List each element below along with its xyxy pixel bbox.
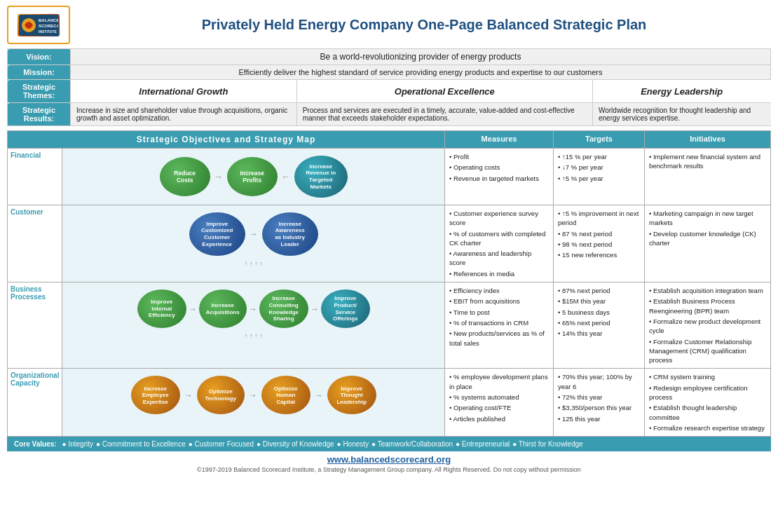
initiative-item: Redesign employee certification process bbox=[649, 383, 766, 403]
vision-row: Vision: Be a world-revolutionizing provi… bbox=[8, 49, 771, 65]
node-improve-efficiency: ImproveInternalEfficiency bbox=[137, 289, 186, 328]
mission-text: Efficiently deliver the highest standard… bbox=[71, 65, 771, 80]
measure-item: Operating cost/FTE bbox=[449, 402, 549, 413]
initiative-item: Formalize new product development cycle bbox=[649, 316, 766, 336]
node-optimize-technology: OptimizeTechnology bbox=[197, 376, 245, 414]
target-item: 15 new references bbox=[558, 250, 640, 260]
target-item: 5 business days bbox=[558, 307, 640, 318]
core-value-5: ● Honesty bbox=[337, 440, 369, 448]
orgcap-initiatives-list: CRM system training Redesign employee ce… bbox=[649, 371, 766, 433]
measure-item: % systems automated bbox=[449, 392, 549, 402]
target-item: $3,350/person this year bbox=[558, 402, 640, 413]
vertical-arrows2: ↑ ↑ ↑ ↑ bbox=[67, 332, 440, 339]
themes-row: Strategic Themes: International Growth O… bbox=[8, 80, 771, 103]
business-row: Business Processes ImproveInternalEffici… bbox=[8, 282, 771, 369]
initiative-item: Implement new financial system and bench… bbox=[649, 151, 766, 172]
arrow1: → bbox=[214, 172, 223, 182]
financial-label: Financial bbox=[8, 149, 62, 205]
svg-text:SCORECARD: SCORECARD bbox=[39, 24, 58, 28]
measure-item: Time to post bbox=[449, 307, 549, 318]
business-targets-list: 87% next period $15M this year 5 busines… bbox=[558, 285, 640, 339]
customer-measures-list: Customer experience survey score % of cu… bbox=[449, 208, 549, 279]
business-label: Business Processes bbox=[8, 282, 62, 369]
orgcap-measures: % employee development plans in place % … bbox=[445, 369, 554, 437]
business-initiatives: Establish acquisition integration team E… bbox=[645, 282, 771, 369]
financial-initiatives: Implement new financial system and bench… bbox=[645, 149, 771, 205]
customer-nodes-cell: ImproveCustomizedCustomerExperience → In… bbox=[62, 205, 445, 282]
customer-nodes: ImproveCustomizedCustomerExperience → In… bbox=[67, 210, 440, 259]
core-values: Core Values: ● Integrity ● Commitment to… bbox=[7, 437, 771, 451]
main-header-row: Strategic Objectives and Strategy Map Me… bbox=[8, 131, 771, 149]
vision-label: Vision: bbox=[8, 49, 71, 65]
mission-row: Mission: Efficiently deliver the highest… bbox=[8, 65, 771, 80]
orgcap-initiatives: CRM system training Redesign employee ce… bbox=[645, 369, 771, 437]
orgcap-nodes: IncreaseEmployeeExpertise → OptimizeTech… bbox=[67, 373, 440, 417]
initiative-item: Establish acquisition integration team bbox=[649, 285, 766, 296]
initiative-item: Formalize Customer Relationship Manageme… bbox=[649, 336, 766, 366]
mission-label: Mission: bbox=[8, 65, 71, 80]
orgcap-measures-list: % employee development plans in place % … bbox=[449, 371, 549, 423]
orgcap-targets-list: 70% this year; 100% by year 6 72% this y… bbox=[558, 371, 640, 423]
node-increase-acquisitions: IncreaseAcquisitions bbox=[199, 289, 247, 328]
arrow9: → bbox=[315, 390, 323, 400]
copyright-row: ©1997-2019 Balanced Scorecard Institute,… bbox=[7, 466, 771, 476]
financial-initiatives-list: Implement new financial system and bench… bbox=[649, 151, 766, 172]
business-measures-list: Efficiency index EBIT from acquisitions … bbox=[449, 285, 549, 348]
results-label: Strategic Results: bbox=[8, 103, 71, 126]
target-item: ↑15 % per year bbox=[558, 151, 640, 162]
financial-nodes: ReduceCosts → IncreaseProfits ← Increase… bbox=[67, 153, 440, 200]
target-item: 98 % next period bbox=[558, 239, 640, 250]
target-item: 70% this year; 100% by year 6 bbox=[558, 371, 640, 392]
orgcap-row: Organizational Capacity IncreaseEmployee… bbox=[8, 369, 771, 437]
measure-item: Profit bbox=[449, 151, 549, 162]
measures-header: Measures bbox=[445, 131, 554, 149]
website-link[interactable]: www.balancedscorecard.org bbox=[327, 454, 451, 465]
measure-item: Operating costs bbox=[449, 162, 549, 172]
node-increase-employee: IncreaseEmployeeExpertise bbox=[131, 376, 180, 414]
financial-measures: Profit Operating costs Revenue in target… bbox=[445, 149, 554, 205]
page-title: Privately Held Energy Company One-Page B… bbox=[77, 17, 771, 33]
target-item: 87 % next period bbox=[558, 229, 640, 239]
node-reduce-costs: ReduceCosts bbox=[160, 157, 210, 196]
initiatives-header: Initiatives bbox=[645, 131, 771, 149]
orgcap-label: Organizational Capacity bbox=[8, 369, 62, 437]
measure-item: Efficiency index bbox=[449, 285, 549, 296]
node-improve-product: ImproveProduct/ServiceOfferings bbox=[321, 289, 370, 328]
core-value-1: ● Integrity bbox=[62, 440, 93, 448]
core-value-4: ● Diversity of Knowledge bbox=[257, 440, 334, 448]
financial-targets: ↑15 % per year ↓7 % per year ↑5 % per ye… bbox=[554, 149, 645, 205]
measure-item: Articles published bbox=[449, 414, 549, 424]
arrow3: → bbox=[250, 229, 258, 239]
core-value-3: ● Customer Focused bbox=[189, 440, 254, 448]
arrow8: → bbox=[249, 390, 257, 400]
measure-item: % of customers with completed CK charter bbox=[449, 229, 549, 249]
core-value-7: ● Entrepreneurial bbox=[456, 440, 510, 448]
financial-measures-list: Profit Operating costs Revenue in target… bbox=[449, 151, 549, 184]
objectives-header: Strategic Objectives and Strategy Map bbox=[8, 131, 445, 149]
info-table: Vision: Be a world-revolutionizing provi… bbox=[7, 48, 771, 126]
page-wrapper: BALANCED SCORECARD INSTITUTE Privately H… bbox=[0, 0, 778, 482]
target-item: 14% this year bbox=[558, 328, 640, 339]
measure-item: % employee development plans in place bbox=[449, 371, 549, 392]
initiative-item: Establish Business Process Reengineering… bbox=[649, 296, 766, 316]
core-value-6: ● Teamwork/Collaboration bbox=[371, 440, 453, 448]
initiative-item: Develop customer knowledge (CK) charter bbox=[649, 229, 766, 249]
measure-item: EBIT from acquisitions bbox=[449, 296, 549, 306]
results-row: Strategic Results: Increase in size and … bbox=[8, 103, 771, 126]
customer-targets: ↑5 % improvement in next period 87 % nex… bbox=[554, 205, 645, 282]
arrow7: → bbox=[184, 390, 193, 400]
initiative-item: Formalize research expertise strategy bbox=[649, 423, 766, 433]
arrow2: ← bbox=[282, 172, 290, 182]
customer-targets-list: ↑5 % improvement in next period 87 % nex… bbox=[558, 208, 640, 260]
node-increase-awareness: IncreaseAwarenessas IndustryLeader bbox=[262, 212, 318, 256]
business-targets: 87% next period $15M this year 5 busines… bbox=[554, 282, 645, 369]
business-initiatives-list: Establish acquisition integration team E… bbox=[649, 285, 766, 365]
themes-label: Strategic Themes: bbox=[8, 80, 71, 103]
node-increase-profits: IncreaseProfits bbox=[227, 157, 278, 196]
customer-initiatives: Marketing campaign in new target markets… bbox=[645, 205, 771, 282]
node-increase-consulting: IncreaseConsultingKnowledgeSharing bbox=[259, 289, 308, 328]
target-item: ↑5 % improvement in next period bbox=[558, 208, 640, 229]
business-measures: Efficiency index EBIT from acquisitions … bbox=[445, 282, 554, 369]
target-item: 65% next period bbox=[558, 318, 640, 328]
svg-text:INSTITUTE: INSTITUTE bbox=[39, 29, 57, 34]
